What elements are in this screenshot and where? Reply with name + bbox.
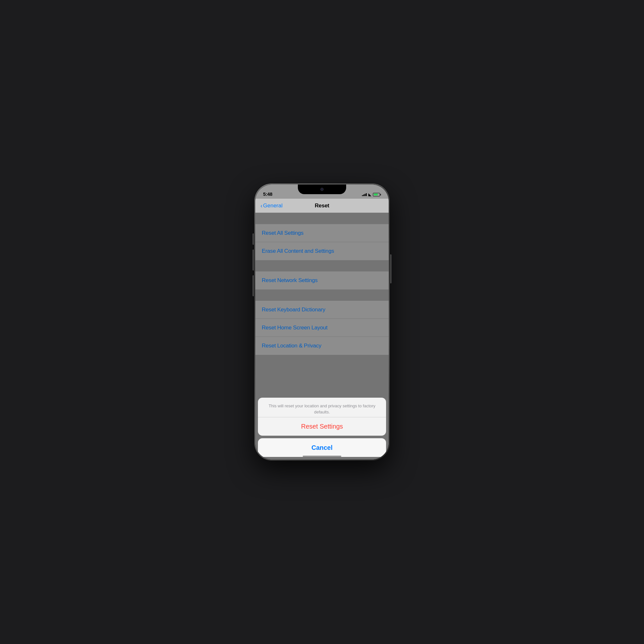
action-sheet-message-text: This will reset your location and privac… — [264, 403, 380, 415]
phone-inner: 5:48 ◣︎ — [255, 185, 389, 459]
status-icons: ◣︎ — [362, 192, 381, 197]
cancel-label: Cancel — [311, 444, 333, 451]
back-button[interactable]: ‹ General — [260, 203, 282, 209]
phone-outer: 5:48 ◣︎ — [254, 184, 390, 460]
volume-up-button[interactable] — [252, 250, 254, 270]
notch — [298, 185, 346, 194]
wifi-icon: ◣︎ — [368, 192, 371, 197]
cancel-button[interactable]: Cancel — [258, 438, 386, 457]
home-indicator — [303, 456, 341, 457]
battery-icon — [373, 193, 381, 196]
screen: 5:48 ◣︎ — [255, 185, 389, 459]
action-sheet-main: This will reset your location and privac… — [258, 398, 386, 436]
nav-bar: ‹ General Reset — [255, 199, 389, 213]
action-sheet: This will reset your location and privac… — [258, 398, 386, 457]
action-sheet-message: This will reset your location and privac… — [258, 398, 386, 417]
action-sheet-overlay: This will reset your location and privac… — [255, 213, 389, 459]
back-label: General — [263, 203, 282, 209]
reset-settings-button[interactable]: Reset Settings — [258, 417, 386, 436]
status-time: 5:48 — [263, 191, 272, 197]
content-area: Reset All Settings Erase All Content and… — [255, 213, 389, 459]
reset-settings-label: Reset Settings — [301, 423, 343, 430]
silent-switch[interactable] — [252, 233, 254, 245]
power-button[interactable] — [390, 254, 392, 283]
back-chevron-icon: ‹ — [260, 203, 262, 209]
front-camera — [320, 188, 324, 191]
page-title: Reset — [315, 203, 329, 209]
signal-icon — [362, 193, 367, 196]
volume-down-button[interactable] — [252, 275, 254, 296]
